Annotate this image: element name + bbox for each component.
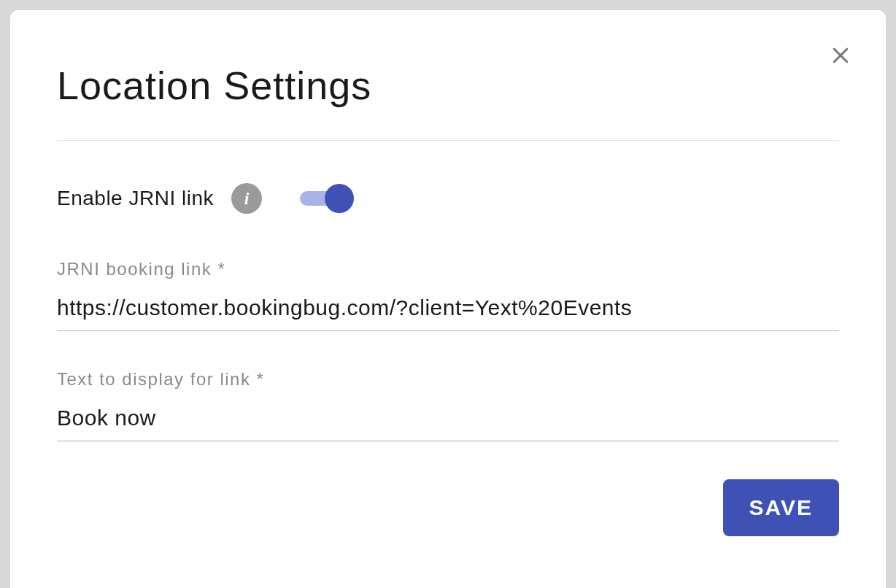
divider <box>57 140 839 141</box>
booking-link-label: JRNI booking link * <box>57 259 839 279</box>
close-button[interactable] <box>827 42 854 69</box>
display-text-field-group: Text to display for link * <box>57 369 839 441</box>
button-row: SAVE <box>57 479 839 536</box>
location-settings-modal: Location Settings Enable JRNI link i JRN… <box>10 10 886 588</box>
modal-title: Location Settings <box>57 63 839 108</box>
enable-jrni-label: Enable JRNI link <box>57 187 214 210</box>
display-text-label: Text to display for link * <box>57 369 839 390</box>
display-text-input[interactable] <box>57 403 839 441</box>
close-icon <box>830 45 851 66</box>
save-button[interactable]: SAVE <box>723 479 839 536</box>
booking-link-input[interactable] <box>57 293 839 331</box>
toggle-thumb <box>325 184 354 213</box>
info-icon[interactable]: i <box>231 183 262 214</box>
enable-jrni-row: Enable JRNI link i <box>57 183 839 214</box>
booking-link-field-group: JRNI booking link * <box>57 259 839 331</box>
enable-jrni-toggle[interactable] <box>300 184 354 213</box>
